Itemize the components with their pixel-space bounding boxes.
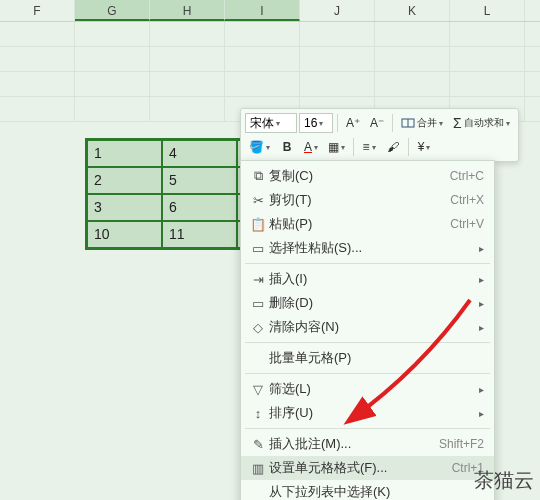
col-J[interactable]: J <box>300 0 375 21</box>
merge-cells-button[interactable]: 合并 <box>397 112 447 134</box>
menu-item[interactable]: 📋粘贴(P)Ctrl+V <box>241 212 494 236</box>
cell[interactable]: 2 <box>87 167 162 194</box>
menu-item-shortcut: Shift+F2 <box>439 437 484 451</box>
mini-toolbar: 宋体 16 A⁺ A⁻ 合并 Σ自动求和 🪣 B A ▦ ≡ 🖌 ¥ <box>240 108 519 162</box>
font-color-button[interactable]: A <box>300 136 322 158</box>
sigma-icon: Σ <box>453 115 462 131</box>
autosum-button[interactable]: Σ自动求和 <box>449 112 514 134</box>
increase-font-button[interactable]: A⁺ <box>342 112 364 134</box>
menu-item-icon: ▽ <box>247 382 269 397</box>
menu-item-icon: ◇ <box>247 320 269 335</box>
separator <box>353 138 354 156</box>
border-button[interactable]: ▦ <box>324 136 349 158</box>
menu-item-icon: ⇥ <box>247 272 269 287</box>
menu-item[interactable]: ▭选择性粘贴(S)... <box>241 236 494 260</box>
paint-bucket-icon: 🪣 <box>249 140 264 154</box>
format-painter-button[interactable]: 🖌 <box>382 136 404 158</box>
menu-item[interactable]: ⇥插入(I) <box>241 267 494 291</box>
menu-item-icon: ▭ <box>247 296 269 311</box>
menu-item[interactable]: ✂剪切(T)Ctrl+X <box>241 188 494 212</box>
watermark: 茶猫云 <box>474 467 534 494</box>
menu-item-icon: ↕ <box>247 406 269 421</box>
font-family-select[interactable]: 宋体 <box>245 113 297 133</box>
menu-item-label: 粘贴(P) <box>269 215 450 233</box>
col-L[interactable]: L <box>450 0 525 21</box>
col-H[interactable]: H <box>150 0 225 21</box>
menu-item[interactable]: ▽筛选(L) <box>241 377 494 401</box>
menu-item-icon: ▥ <box>247 461 269 476</box>
menu-item[interactable]: ⧉复制(C)Ctrl+C <box>241 164 494 188</box>
spreadsheet-grid[interactable] <box>0 22 540 122</box>
col-K[interactable]: K <box>375 0 450 21</box>
menu-item-label: 清除内容(N) <box>269 318 473 336</box>
brush-icon: 🖌 <box>387 140 399 154</box>
col-G[interactable]: G <box>75 0 150 21</box>
bold-button[interactable]: B <box>276 136 298 158</box>
menu-item-label: 插入批注(M)... <box>269 435 439 453</box>
font-size-select[interactable]: 16 <box>299 113 333 133</box>
menu-item-label: 从下拉列表中选择(K) <box>269 483 484 500</box>
menu-separator <box>245 342 490 343</box>
menu-item-icon: ⧉ <box>247 168 269 184</box>
align-icon: ≡ <box>363 140 370 154</box>
cell[interactable]: 11 <box>162 221 237 248</box>
menu-item[interactable]: ✎插入批注(M)...Shift+F2 <box>241 432 494 456</box>
menu-item-label: 设置单元格格式(F)... <box>269 459 452 477</box>
menu-item[interactable]: ◇清除内容(N) <box>241 315 494 339</box>
menu-separator <box>245 428 490 429</box>
menu-item-label: 插入(I) <box>269 270 473 288</box>
menu-item-icon: ▭ <box>247 241 269 256</box>
menu-item[interactable]: ↕排序(U) <box>241 401 494 425</box>
col-I[interactable]: I <box>225 0 300 21</box>
separator <box>337 114 338 132</box>
menu-item-shortcut: Ctrl+X <box>450 193 484 207</box>
cell[interactable]: 10 <box>87 221 162 248</box>
align-button[interactable]: ≡ <box>358 136 380 158</box>
menu-item[interactable]: ▭删除(D) <box>241 291 494 315</box>
menu-item-icon: ✎ <box>247 437 269 452</box>
col-F[interactable]: F <box>0 0 75 21</box>
menu-item[interactable]: ▥设置单元格格式(F)...Ctrl+1 <box>241 456 494 480</box>
cell[interactable]: 1 <box>87 140 162 167</box>
menu-item-label: 排序(U) <box>269 404 473 422</box>
menu-separator <box>245 263 490 264</box>
col-M[interactable]: M <box>525 0 540 21</box>
font-color-icon: A <box>304 140 312 154</box>
separator <box>408 138 409 156</box>
menu-item-icon: ✂ <box>247 193 269 208</box>
menu-item-label: 选择性粘贴(S)... <box>269 239 473 257</box>
menu-item-label: 删除(D) <box>269 294 473 312</box>
menu-item-shortcut: Ctrl+V <box>450 217 484 231</box>
separator <box>392 114 393 132</box>
border-icon: ▦ <box>328 140 339 154</box>
menu-item-label: 批量单元格(P) <box>269 349 484 367</box>
menu-item-icon: 📋 <box>247 217 269 232</box>
decrease-font-button[interactable]: A⁻ <box>366 112 388 134</box>
cell[interactable]: 4 <box>162 140 237 167</box>
merge-icon <box>401 116 415 130</box>
column-headers: F G H I J K L M <box>0 0 540 22</box>
menu-item-label: 筛选(L) <box>269 380 473 398</box>
cell[interactable]: 3 <box>87 194 162 221</box>
menu-item[interactable]: 从下拉列表中选择(K) <box>241 480 494 500</box>
menu-item-label: 复制(C) <box>269 167 450 185</box>
fill-color-button[interactable]: 🪣 <box>245 136 274 158</box>
menu-item-label: 剪切(T) <box>269 191 450 209</box>
menu-item-shortcut: Ctrl+C <box>450 169 484 183</box>
currency-button[interactable]: ¥ <box>413 136 435 158</box>
menu-item[interactable]: 批量单元格(P) <box>241 346 494 370</box>
cell[interactable]: 6 <box>162 194 237 221</box>
context-menu: ⧉复制(C)Ctrl+C✂剪切(T)Ctrl+X📋粘贴(P)Ctrl+V▭选择性… <box>240 160 495 500</box>
menu-separator <box>245 373 490 374</box>
cell[interactable]: 5 <box>162 167 237 194</box>
